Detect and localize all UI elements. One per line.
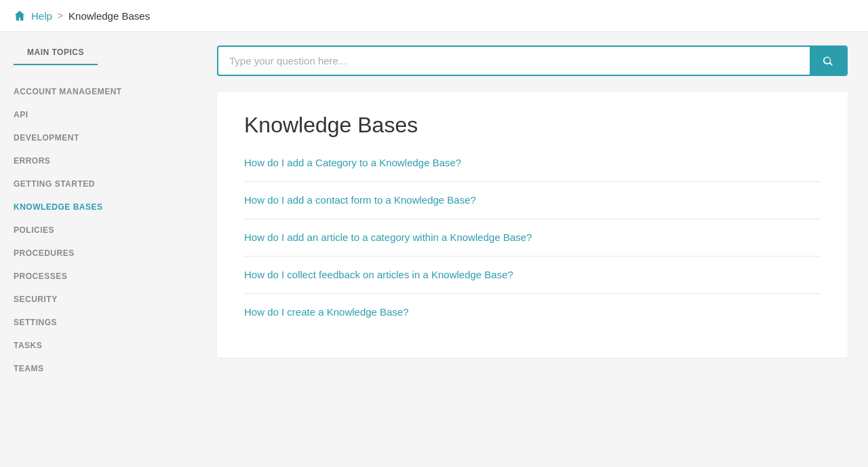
breadcrumb-current-page: Knowledge Bases <box>68 10 150 22</box>
breadcrumb-help-link[interactable]: Help <box>31 10 52 22</box>
sidebar-item-processes[interactable]: PROCESSES <box>0 265 197 288</box>
search-input[interactable] <box>218 47 810 75</box>
page-title: Knowledge Bases <box>244 113 821 138</box>
search-container <box>217 45 848 76</box>
list-item: How do I create a Knowledge Base? <box>244 293 821 331</box>
sidebar-section-title: MAIN TOPICS <box>14 48 98 65</box>
sidebar-item-teams[interactable]: TEAMS <box>0 357 197 380</box>
article-link-4[interactable]: How do I collect feedback on articles in… <box>244 269 513 280</box>
sidebar-item-getting-started[interactable]: GETTING STARTED <box>0 172 197 195</box>
article-link-5[interactable]: How do I create a Knowledge Base? <box>244 306 409 318</box>
sidebar-item-development[interactable]: DEVELOPMENT <box>0 126 197 149</box>
content-card: Knowledge Bases How do I add a Category … <box>217 92 848 358</box>
list-item: How do I add an article to a category wi… <box>244 219 821 256</box>
article-link-1[interactable]: How do I add a Category to a Knowledge B… <box>244 157 461 168</box>
search-icon <box>822 55 834 67</box>
sidebar: MAIN TOPICS ACCOUNT MANAGEMENT API DEVEL… <box>0 32 197 466</box>
sidebar-section-header: MAIN TOPICS <box>0 45 197 77</box>
sidebar-item-api[interactable]: API <box>0 103 197 126</box>
article-link-3[interactable]: How do I add an article to a category wi… <box>244 231 532 243</box>
article-link-2[interactable]: How do I add a contact form to a Knowled… <box>244 194 476 206</box>
breadcrumb: Help > Knowledge Bases <box>0 0 868 32</box>
sidebar-item-security[interactable]: SECURITY <box>0 288 197 311</box>
main-content: Knowledge Bases How do I add a Category … <box>197 32 868 466</box>
sidebar-item-errors[interactable]: ERRORS <box>0 149 197 172</box>
sidebar-item-account-management[interactable]: ACCOUNT MANAGEMENT <box>0 80 197 103</box>
sidebar-item-policies[interactable]: POLICIES <box>0 219 197 242</box>
main-layout: MAIN TOPICS ACCOUNT MANAGEMENT API DEVEL… <box>0 32 868 466</box>
sidebar-item-settings[interactable]: SETTINGS <box>0 311 197 334</box>
article-list: How do I add a Category to a Knowledge B… <box>244 157 821 331</box>
list-item: How do I add a contact form to a Knowled… <box>244 181 821 219</box>
sidebar-item-tasks[interactable]: TASKS <box>0 334 197 357</box>
breadcrumb-separator: > <box>58 10 63 21</box>
list-item: How do I collect feedback on articles in… <box>244 256 821 293</box>
sidebar-item-procedures[interactable]: PROCEDURES <box>0 242 197 265</box>
search-button[interactable] <box>810 47 846 75</box>
home-icon[interactable] <box>14 10 26 22</box>
list-item: How do I add a Category to a Knowledge B… <box>244 157 821 181</box>
sidebar-item-knowledge-bases[interactable]: KNOWLEDGE BASES <box>0 195 197 219</box>
